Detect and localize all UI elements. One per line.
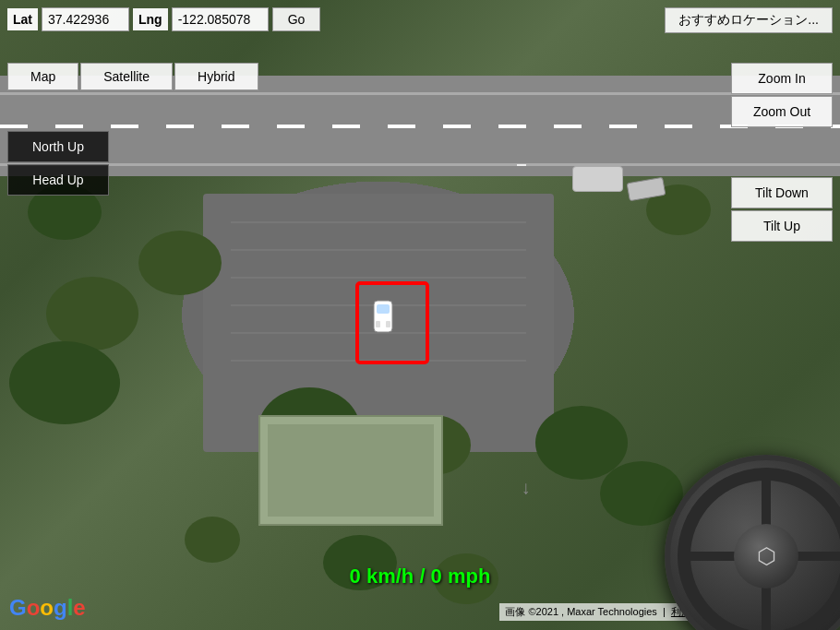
- road-main: [0, 92, 840, 166]
- google-logo: Google: [9, 595, 86, 621]
- vegetation: [138, 231, 222, 295]
- lng-input[interactable]: [172, 7, 269, 31]
- hybrid-button[interactable]: Hybrid: [174, 63, 258, 90]
- go-button[interactable]: Go: [272, 7, 321, 31]
- road-edge-bottom: [0, 163, 840, 166]
- road-edge-top: [0, 92, 840, 95]
- steering-wheel-outer: ⬡: [665, 455, 840, 630]
- steering-wheel-center: ⬡: [734, 524, 798, 588]
- top-bar: Lat Lng Go: [7, 7, 320, 31]
- svg-rect-2: [376, 321, 380, 327]
- steering-wheel: ⬡: [665, 455, 840, 630]
- map-type-bar: Map Satellite Hybrid: [7, 63, 260, 90]
- svg-rect-1: [377, 304, 390, 314]
- parked-car: [572, 166, 623, 192]
- svg-rect-3: [386, 321, 390, 327]
- parking-line: [231, 277, 526, 279]
- tilt-down-button[interactable]: Tilt Down: [731, 177, 833, 208]
- satellite-button[interactable]: Satellite: [80, 63, 173, 90]
- speed-display: 0 km/h / 0 mph: [350, 565, 491, 588]
- tilt-controls: Tilt Down Tilt Up: [731, 177, 833, 242]
- orient-controls: North Up Head Up: [7, 131, 109, 196]
- lng-label: Lng: [133, 8, 168, 30]
- parking-line: [231, 221, 526, 223]
- zoom-controls: Zoom In Zoom Out: [731, 63, 833, 127]
- vegetation: [185, 517, 240, 563]
- road-center-line: [0, 125, 840, 128]
- recommend-button[interactable]: おすすめロケーション...: [665, 7, 833, 33]
- building-inner: [268, 424, 434, 517]
- map-container: ↑ Lat Lng Go おすすめロケーション... Map Satellite…: [0, 0, 840, 630]
- crosswalk: [517, 164, 526, 166]
- tilt-up-button[interactable]: Tilt Up: [731, 210, 833, 242]
- map-button[interactable]: Map: [7, 63, 78, 90]
- head-up-button[interactable]: Head Up: [7, 164, 109, 196]
- main-car: [369, 293, 397, 339]
- vegetation: [46, 277, 138, 351]
- parking-line: [231, 249, 526, 251]
- copyright-text: 画像 ©2021 , Maxar Technologies: [505, 606, 656, 617]
- zoom-in-button[interactable]: Zoom In: [731, 63, 833, 94]
- steering-wheel-logo: ⬡: [757, 543, 776, 569]
- lat-input[interactable]: [42, 7, 129, 31]
- zoom-out-button[interactable]: Zoom Out: [731, 96, 833, 127]
- arrow-marker: ↑: [522, 480, 531, 501]
- lat-label: Lat: [7, 8, 38, 30]
- north-up-button[interactable]: North Up: [7, 131, 109, 162]
- vegetation: [9, 341, 120, 424]
